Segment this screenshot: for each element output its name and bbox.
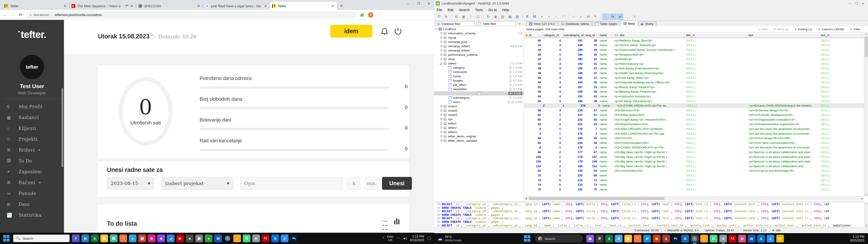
table-row[interactable]: 30418629name<p>Supermarket &amp; Grocery… bbox=[524, 48, 864, 52]
table-row[interactable]: 36418935name<p>Banking &amp; Finance</p>… bbox=[524, 89, 864, 94]
board-view-icon[interactable] bbox=[394, 218, 400, 224]
app-excel-icon[interactable]: X bbox=[605, 235, 613, 242]
cell-title[interactable]: <h3>Communication</h3> bbox=[613, 141, 685, 145]
cell-id[interactable]: 38 bbox=[524, 71, 542, 75]
cell-id[interactable]: 58 bbox=[524, 108, 542, 113]
cell-id[interactable]: 56 bbox=[524, 136, 542, 141]
tree-node-smart2[interactable]: +smart2 bbox=[434, 109, 524, 113]
cell-category_id[interactable]: 1 bbox=[546, 103, 565, 108]
idem-button[interactable]: idem bbox=[330, 25, 372, 37]
cell-title_rs[interactable]: (NULL) bbox=[685, 159, 747, 164]
minimize-button[interactable]: ─ bbox=[403, 0, 413, 7]
app-mail-icon[interactable]: M bbox=[81, 235, 89, 242]
cell-category_id[interactable]: 3 bbox=[542, 108, 562, 113]
cell-subcategory_id[interactable]: 179 bbox=[562, 159, 584, 164]
cell-lang_id[interactable]: 49 bbox=[584, 99, 598, 103]
cell-title[interactable]: <h3>STARK ARENA</h3><p>The sw... bbox=[616, 103, 686, 108]
tree-node-smart1[interactable]: +smart1 bbox=[434, 104, 524, 109]
taskbar-search[interactable]: 🔍 Search bbox=[13, 235, 70, 242]
cell-name[interactable]: name bbox=[598, 122, 613, 127]
column-header-id[interactable]: id bbox=[524, 32, 542, 38]
cell-category_id[interactable]: 1 bbox=[542, 126, 562, 131]
expand-icon[interactable]: + bbox=[440, 32, 442, 34]
cell-text_rs[interactable]: (NULL) bbox=[819, 164, 862, 169]
tab-close-icon[interactable]: ✕ bbox=[331, 4, 335, 8]
cell-title_rs[interactable]: (NULL) bbox=[685, 117, 747, 122]
cell-title_rs[interactable]: (NULL) bbox=[685, 131, 747, 136]
cell-lang_id[interactable]: 73 bbox=[584, 182, 598, 187]
app-pink-icon[interactable]: ◆ bbox=[148, 235, 156, 242]
cell-category_id[interactable]: 2 bbox=[542, 150, 562, 155]
sql-log-panel[interactable]: 35SELECT `id`, `category_id`, `subcatego… bbox=[434, 202, 868, 227]
app-leaf-icon[interactable]: ✿ bbox=[243, 235, 250, 242]
app-installer-icon[interactable]: ◆ bbox=[653, 235, 660, 242]
cell-title_rs[interactable]: (NULL) bbox=[685, 80, 747, 85]
cell-title[interactable]: <h3>Services</h3> bbox=[613, 108, 685, 113]
clock-date[interactable]: 1:13 PM 8/15/2023 bbox=[410, 235, 424, 242]
project-select[interactable]: Izaberi projekat▼ bbox=[161, 177, 233, 190]
toolbar-delete-record[interactable]: − bbox=[546, 13, 552, 20]
cell-subcategory_id[interactable]: 185 bbox=[562, 75, 584, 80]
cell-id[interactable]: 26 bbox=[524, 52, 542, 57]
cell-name[interactable]: name bbox=[598, 52, 613, 57]
cell-name[interactable]: name bbox=[598, 89, 613, 94]
cell-text_rs[interactable]: (NULL) bbox=[819, 57, 862, 61]
cell-title_rs[interactable]: (NULL) bbox=[685, 89, 747, 94]
cell-title[interactable] bbox=[613, 187, 685, 192]
table-row[interactable]: 46419445name<p>Corporate Buildings &amp;… bbox=[524, 80, 864, 85]
sidebar-item-statistika[interactable]: 📉Statistika bbox=[0, 210, 64, 220]
cell-text[interactable]: <ul><li>In store communication</li>... bbox=[747, 141, 819, 145]
cell-text_rs[interactable]: (NULL) bbox=[819, 122, 862, 127]
cell-category_id[interactable]: 4 bbox=[542, 43, 562, 48]
cell-category_id[interactable]: 4 bbox=[542, 66, 562, 71]
menu-edit[interactable]: Edit bbox=[447, 8, 454, 12]
app-explorer-icon[interactable]: ▣ bbox=[624, 235, 632, 242]
tab-audio-icon[interactable] bbox=[125, 5, 128, 7]
tree-node-sys[interactable]: +sys bbox=[434, 117, 524, 121]
tray-chevron-icon[interactable]: ^ bbox=[382, 237, 384, 240]
app-red-icon[interactable]: ▦ bbox=[138, 235, 146, 242]
submit-button[interactable]: Unesi bbox=[382, 177, 412, 190]
cell-name[interactable]: name bbox=[598, 164, 613, 169]
cell-title_rs[interactable]: (NULL) bbox=[685, 108, 747, 113]
cell-lang_id[interactable]: 25 bbox=[584, 52, 598, 57]
app-zoom-icon[interactable]: Z bbox=[281, 235, 288, 242]
tree-node-images[interactable]: images4.2 KiB bbox=[434, 79, 524, 83]
expand-icon[interactable]: + bbox=[440, 127, 442, 129]
cell-name[interactable]: name bbox=[598, 38, 613, 43]
cell-text[interactable]: <ul><li>Implementation supervision</li..… bbox=[747, 122, 819, 127]
cell-subcategory_id[interactable]: 235 bbox=[562, 173, 584, 178]
cell-subcategory_id[interactable]: 239 bbox=[562, 108, 584, 113]
toolbar-session-edit[interactable]: ✎ bbox=[443, 13, 450, 20]
expand-icon[interactable]: + bbox=[440, 50, 442, 52]
cell-subcategory_id[interactable]: 238 bbox=[562, 141, 584, 145]
table-row[interactable]: 76523275name(NULL)(NULL) bbox=[524, 187, 864, 192]
minutes-input[interactable]: min bbox=[365, 177, 377, 190]
cell-subcategory_id[interactable]: 193 bbox=[562, 94, 584, 99]
forward-icon[interactable]: → bbox=[11, 12, 16, 18]
cell-category_id[interactable]: 5 bbox=[542, 173, 562, 178]
security-label[interactable]: Not secure bbox=[34, 13, 49, 17]
cell-title_rs[interactable]: (NULL) bbox=[685, 71, 747, 75]
table-row[interactable]: 72523471name(NULL)(NULL) bbox=[524, 178, 864, 183]
cell-text[interactable] bbox=[747, 48, 819, 52]
cell-name[interactable]: name bbox=[598, 57, 613, 61]
cell-text[interactable]: <ul><li>Layout and technology</li>... bbox=[747, 169, 819, 173]
favorites-star-icon[interactable]: ★ bbox=[518, 22, 521, 26]
cell-category_id[interactable]: 3 bbox=[542, 136, 562, 141]
cell-category_id[interactable]: 5 bbox=[542, 178, 562, 183]
cell-title_rs[interactable]: (NULL) bbox=[685, 61, 747, 66]
toolbar-post-changes[interactable]: ✓ bbox=[553, 13, 559, 20]
cell-title[interactable]: <h3>IDEA ORGANIC</h3><p>World ... bbox=[613, 126, 685, 131]
cell-text[interactable] bbox=[747, 99, 819, 103]
app-heidi-icon[interactable]: H bbox=[252, 235, 260, 242]
cell-category_id[interactable]: 2 bbox=[542, 155, 562, 159]
sidebar-item-ponude[interactable]: ≔Ponude bbox=[0, 188, 64, 199]
cell-text[interactable] bbox=[747, 182, 819, 187]
cell-title_rs[interactable]: (NULL) bbox=[685, 85, 747, 89]
app-skype-icon[interactable]: S bbox=[757, 235, 765, 242]
expand-icon[interactable]: + bbox=[440, 114, 442, 116]
cell-text[interactable]: <p>Speccon is all about collaboration an… bbox=[747, 150, 819, 155]
cell-lang_id[interactable]: 39 bbox=[584, 38, 598, 43]
tab-close-icon[interactable]: ✕ bbox=[130, 4, 134, 8]
